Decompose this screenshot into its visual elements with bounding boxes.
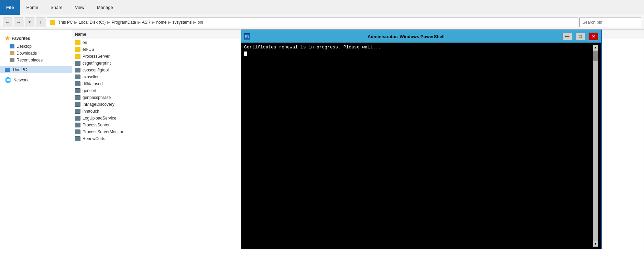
file-item-label: LogUploadService xyxy=(83,116,116,121)
favorites-section: ★ Favorites Desktop Downloads Recent pla… xyxy=(0,32,72,65)
exe-icon xyxy=(75,68,80,72)
exe-icon xyxy=(75,129,80,134)
folder-icon-addr xyxy=(50,20,55,25)
exe-icon xyxy=(75,88,80,93)
dropdown-button[interactable]: ▼ xyxy=(25,18,34,27)
favorites-label: Favorites xyxy=(12,36,30,41)
breadcrumb-programdata: ProgramData xyxy=(111,20,136,25)
powershell-window: PS Administrator: Windows PowerShell — □… xyxy=(241,30,602,249)
ps-content: Certificates renewal is in progress. Ple… xyxy=(244,45,593,247)
file-item-label: genpassphrase xyxy=(83,95,111,100)
ps-body: Certificates renewal is in progress. Ple… xyxy=(241,43,601,249)
recent-icon xyxy=(10,58,14,62)
sidebar-item-thispc-label: This PC xyxy=(12,67,27,72)
sidebar-item-thispc[interactable]: This PC xyxy=(0,66,72,73)
breadcrumb-svsystems: svsystems xyxy=(172,20,192,25)
exe-icon xyxy=(75,136,80,141)
ps-title: Administrator: Windows PowerShell xyxy=(253,34,559,39)
file-item-label: ProcessServer xyxy=(83,123,110,127)
breadcrumb-asr: ASR xyxy=(142,20,151,25)
forward-button[interactable]: → xyxy=(14,18,23,27)
file-item-label: en-US xyxy=(83,47,94,52)
exe-icon xyxy=(75,123,80,127)
downloads-icon xyxy=(10,51,14,55)
desktop-icon xyxy=(10,44,14,48)
sidebar-item-desktop-label: Desktop xyxy=(17,44,32,49)
exe-icon xyxy=(75,116,80,121)
ps-cursor xyxy=(244,52,247,56)
sidebar-item-desktop[interactable]: Desktop xyxy=(0,43,72,50)
ps-output-text: Certificates renewal is in progress. Ple… xyxy=(244,45,593,50)
ribbon: File Home Share View Manage xyxy=(0,0,644,15)
ps-scroll-down-button[interactable]: ▼ xyxy=(593,241,598,247)
back-button[interactable]: ← xyxy=(3,18,12,27)
breadcrumb-bin: bin xyxy=(197,20,203,25)
exe-icon xyxy=(75,95,80,100)
folder-icon xyxy=(75,47,80,52)
network-section: 🌐 Network xyxy=(0,75,72,86)
file-item-label: RenewCerts xyxy=(83,136,105,141)
main-content: Name en en-US ProcessServer csgetfingerp… xyxy=(72,30,644,260)
sidebar-item-network[interactable]: 🌐 Network xyxy=(0,76,72,84)
up-button[interactable]: ↑ xyxy=(36,18,45,27)
tab-share[interactable]: Share xyxy=(44,0,69,15)
file-item-label: diffdatasort xyxy=(83,81,103,86)
ps-minimize-button[interactable]: — xyxy=(563,33,572,40)
filelist-name-col: Name xyxy=(75,32,86,37)
breadcrumb-localdisk: Local Disk (C:) xyxy=(79,20,106,25)
tab-manage[interactable]: Manage xyxy=(91,0,119,15)
main-area: ★ Favorites Desktop Downloads Recent pla… xyxy=(0,30,644,260)
address-bar: ← → ▼ ↑ This PC ▶ Local Disk (C:) ▶ Prog… xyxy=(0,15,644,30)
thispc-section: This PC xyxy=(0,65,72,75)
sidebar-item-downloads-label: Downloads xyxy=(17,51,37,56)
exe-icon xyxy=(75,75,80,79)
exe-icon xyxy=(75,61,80,66)
exe-icon xyxy=(75,109,80,114)
tab-home[interactable]: Home xyxy=(20,0,44,15)
file-item-label: csgetfingerprint xyxy=(83,61,111,66)
address-path[interactable]: This PC ▶ Local Disk (C:) ▶ ProgramData … xyxy=(47,18,578,27)
sidebar: ★ Favorites Desktop Downloads Recent pla… xyxy=(0,30,72,260)
search-input[interactable] xyxy=(579,18,641,27)
file-item-label: ProcessServerMonitor xyxy=(83,129,123,134)
file-item-label: inmtouch xyxy=(83,109,99,114)
folder-icon xyxy=(75,54,80,59)
sidebar-item-downloads[interactable]: Downloads xyxy=(0,50,72,57)
file-item-label: cxpsclient xyxy=(83,75,101,79)
star-icon: ★ xyxy=(5,35,10,42)
sidebar-item-recent[interactable]: Recent places xyxy=(0,57,72,64)
ps-scroll-thumb[interactable] xyxy=(593,51,598,61)
tab-file[interactable]: File xyxy=(0,0,20,15)
file-item-label: gencert xyxy=(83,88,96,93)
sidebar-item-network-label: Network xyxy=(13,78,29,82)
file-item-label: en xyxy=(83,40,87,45)
network-icon: 🌐 xyxy=(5,77,11,83)
breadcrumb-home: home xyxy=(156,20,166,25)
file-item-label: ProcessServer xyxy=(83,54,110,59)
breadcrumb-thispc: This PC xyxy=(58,20,73,25)
favorites-header: ★ Favorites xyxy=(0,34,72,43)
sidebar-item-recent-label: Recent places xyxy=(17,58,43,63)
thispc-icon xyxy=(5,68,10,72)
folder-icon xyxy=(75,40,80,45)
ps-titlebar: PS Administrator: Windows PowerShell — □… xyxy=(241,30,601,43)
ps-scroll-up-button[interactable]: ▲ xyxy=(593,45,598,50)
file-item-label: InMageDiscovery xyxy=(83,102,114,107)
ps-scrollbar[interactable]: ▲ ▼ xyxy=(593,45,598,247)
ps-maximize-button[interactable]: □ xyxy=(576,33,585,40)
exe-icon xyxy=(75,81,80,86)
tab-view[interactable]: View xyxy=(69,0,91,15)
ps-app-icon: PS xyxy=(244,33,250,39)
file-item-label: cspsconfigtool xyxy=(83,68,109,72)
exe-icon xyxy=(75,102,80,107)
ps-close-button[interactable]: ✕ xyxy=(589,33,598,40)
